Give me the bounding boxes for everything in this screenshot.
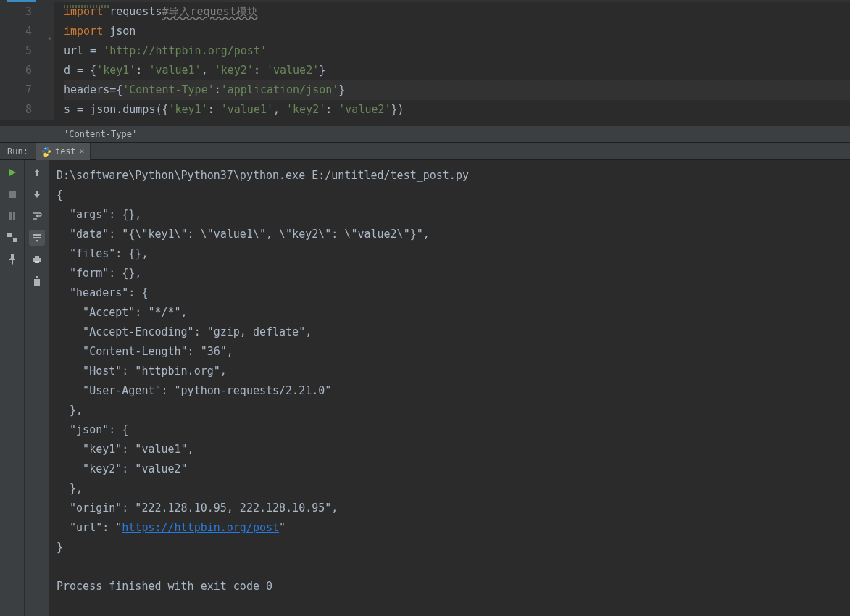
- code-line[interactable]: d = {'key1': 'value1', 'key2': 'value2'}: [64, 61, 850, 80]
- squiggle-decoration: [64, 5, 109, 8]
- code-text: d = {: [64, 64, 96, 77]
- layout-icon[interactable]: [4, 230, 20, 246]
- svg-rect-9: [35, 261, 39, 263]
- console-line: "Host": "httpbin.org",: [57, 362, 843, 381]
- string-literal: 'key2': [286, 103, 325, 116]
- run-console: D:\software\Python\Python37\python.exe E…: [0, 160, 850, 616]
- scroll-up-icon[interactable]: [29, 165, 45, 180]
- code-editor[interactable]: 3 4 5 6 7 8 ▸ import requests#导入request模…: [0, 2, 850, 125]
- code-area[interactable]: import requests#导入request模块 import json …: [64, 2, 850, 120]
- parameter-hint-bar: 'Content-Type': [0, 125, 850, 143]
- clear-all-icon[interactable]: [29, 273, 45, 289]
- code-line[interactable]: import json: [64, 22, 850, 41]
- console-line: "form": {},: [57, 264, 843, 283]
- console-line: "headers": {: [57, 283, 843, 303]
- line-number[interactable]: 8: [0, 100, 54, 120]
- string-literal: 'value1': [221, 103, 273, 116]
- console-line: }: [57, 538, 843, 557]
- output-actions-column: [25, 160, 49, 616]
- console-line: "data": "{\"key1\": \"value1\", \"key2\"…: [57, 225, 843, 244]
- svg-rect-4: [13, 212, 15, 220]
- console-line: },: [57, 401, 843, 420]
- parameter-hint-text: 'Content-Type': [64, 129, 137, 139]
- console-line: "url": "https://httpbin.org/post": [57, 518, 843, 538]
- svg-rect-5: [7, 233, 12, 237]
- editor-gutter[interactable]: 3 4 5 6 7 8 ▸: [0, 2, 54, 120]
- console-output[interactable]: D:\software\Python\Python37\python.exe E…: [49, 160, 850, 616]
- svg-point-1: [47, 154, 48, 154]
- console-line: "Content-Length": "36",: [57, 342, 843, 362]
- string-literal: 'key1': [96, 64, 136, 77]
- console-line: "key1": "value1",: [57, 440, 843, 459]
- run-toolwindow-tabs[interactable]: Run: test ✕: [0, 143, 850, 160]
- code-text: s = json.dumps({: [64, 103, 169, 116]
- console-line: "key2": "value2": [57, 459, 843, 479]
- svg-point-0: [45, 148, 46, 149]
- code-line[interactable]: s = json.dumps({'key1': 'value1', 'key2'…: [64, 100, 850, 120]
- code-line[interactable]: url = 'http://httpbin.org/post': [64, 41, 850, 61]
- line-number[interactable]: 7: [0, 80, 54, 100]
- keyword: import: [64, 25, 103, 38]
- string-literal: 'value1': [149, 64, 201, 77]
- comment: #导入request模块: [162, 5, 257, 18]
- run-tab-test[interactable]: test ✕: [36, 143, 91, 160]
- string-literal: 'http://httpbin.org/post': [103, 44, 267, 57]
- pin-icon[interactable]: [4, 251, 20, 267]
- console-line: "User-Agent": "python-requests/2.21.0": [57, 381, 843, 401]
- scroll-down-icon[interactable]: [29, 186, 45, 202]
- string-literal: 'value2': [338, 103, 391, 116]
- identifier: json: [103, 25, 136, 38]
- run-actions-column: [0, 160, 25, 616]
- python-file-icon: [41, 146, 51, 157]
- console-line: "Accept-Encoding": "gzip, deflate",: [57, 322, 843, 342]
- console-line: },: [57, 479, 843, 499]
- svg-rect-8: [35, 256, 39, 258]
- soft-wrap-icon[interactable]: [29, 208, 45, 224]
- line-number[interactable]: 6: [0, 61, 54, 80]
- console-exit-line: Process finished with exit code 0: [57, 577, 843, 596]
- fold-indicator-icon[interactable]: ▸: [38, 36, 58, 40]
- console-line: "json": {: [57, 420, 843, 440]
- print-icon[interactable]: [29, 251, 45, 267]
- console-line: "args": {},: [57, 205, 843, 225]
- string-literal: 'key2': [214, 64, 254, 77]
- svg-rect-2: [9, 191, 16, 198]
- identifier: requests: [103, 5, 162, 18]
- string-literal: 'value2': [267, 64, 319, 77]
- pause-icon[interactable]: [4, 208, 20, 224]
- console-line: D:\software\Python\Python37\python.exe E…: [57, 166, 843, 186]
- code-line-active[interactable]: headers={'Content-Type':'application/jso…: [64, 80, 850, 100]
- code-line[interactable]: import requests#导入request模块: [64, 2, 850, 22]
- run-tab-label: test: [55, 146, 76, 157]
- line-number[interactable]: 5: [0, 41, 54, 61]
- string-literal: 'application/json': [221, 83, 339, 96]
- console-url-link[interactable]: https://httpbin.org/post: [122, 521, 279, 534]
- line-number[interactable]: 3: [0, 2, 54, 22]
- console-line: "Accept": "*/*",: [57, 303, 843, 322]
- string-literal: 'Content-Type': [122, 83, 214, 96]
- svg-rect-3: [9, 212, 12, 220]
- close-tab-icon[interactable]: ✕: [80, 146, 85, 156]
- console-line: [57, 557, 843, 577]
- console-line: "origin": "222.128.10.95, 222.128.10.95"…: [57, 499, 843, 518]
- rerun-icon[interactable]: [4, 165, 20, 180]
- console-line: "files": {},: [57, 244, 843, 264]
- run-label: Run:: [0, 146, 36, 157]
- scroll-to-end-icon[interactable]: [29, 230, 45, 246]
- code-text: headers={: [64, 83, 122, 96]
- svg-rect-6: [13, 238, 17, 242]
- stop-icon[interactable]: [4, 186, 20, 202]
- code-text: url =: [64, 44, 103, 57]
- console-line: {: [57, 186, 843, 205]
- string-literal: 'key1': [169, 103, 208, 116]
